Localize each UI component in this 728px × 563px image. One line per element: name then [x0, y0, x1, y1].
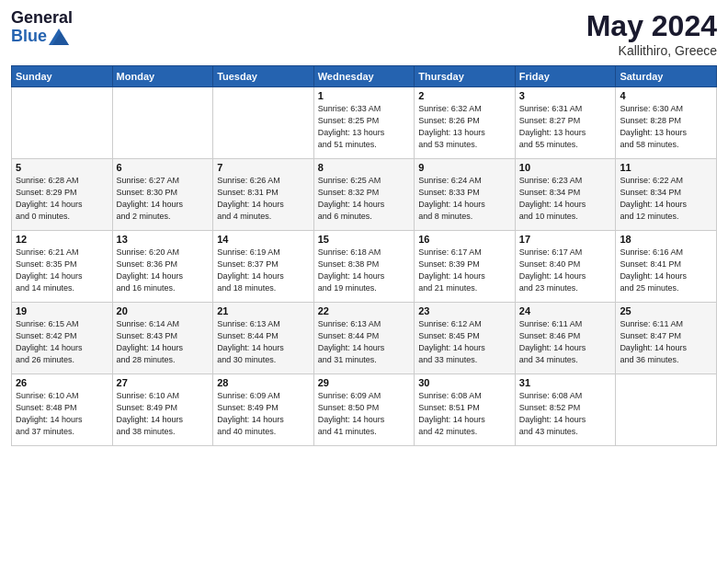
calendar-cell: 16Sunrise: 6:17 AM Sunset: 8:39 PM Dayli…: [415, 231, 516, 303]
day-number: 22: [318, 305, 411, 316]
calendar-week-3: 12Sunrise: 6:21 AM Sunset: 8:35 PM Dayli…: [12, 231, 717, 303]
day-info: Sunrise: 6:10 AM Sunset: 8:49 PM Dayligh…: [117, 390, 210, 438]
day-info: Sunrise: 6:17 AM Sunset: 8:39 PM Dayligh…: [418, 247, 511, 294]
col-sunday: Sunday: [12, 66, 113, 87]
col-wednesday: Wednesday: [313, 66, 415, 87]
calendar-cell: 15Sunrise: 6:18 AM Sunset: 8:38 PM Dayli…: [313, 231, 415, 303]
day-info: Sunrise: 6:22 AM Sunset: 8:34 PM Dayligh…: [620, 175, 712, 223]
day-number: 3: [519, 90, 612, 101]
calendar-cell: 8Sunrise: 6:25 AM Sunset: 8:32 PM Daylig…: [313, 159, 415, 231]
day-info: Sunrise: 6:23 AM Sunset: 8:34 PM Dayligh…: [519, 175, 612, 223]
calendar-week-5: 26Sunrise: 6:10 AM Sunset: 8:48 PM Dayli…: [12, 374, 717, 446]
calendar-cell: 10Sunrise: 6:23 AM Sunset: 8:34 PM Dayli…: [515, 159, 616, 231]
day-info: Sunrise: 6:16 AM Sunset: 8:41 PM Dayligh…: [620, 247, 712, 294]
calendar-cell: 14Sunrise: 6:19 AM Sunset: 8:37 PM Dayli…: [213, 231, 314, 303]
calendar-cell: 28Sunrise: 6:09 AM Sunset: 8:49 PM Dayli…: [213, 374, 314, 446]
calendar-cell: 9Sunrise: 6:24 AM Sunset: 8:33 PM Daylig…: [415, 159, 516, 231]
day-number: 9: [418, 162, 511, 173]
calendar-cell: [112, 87, 213, 159]
day-info: Sunrise: 6:33 AM Sunset: 8:25 PM Dayligh…: [318, 103, 411, 151]
day-info: Sunrise: 6:12 AM Sunset: 8:45 PM Dayligh…: [418, 318, 511, 366]
calendar-cell: 23Sunrise: 6:12 AM Sunset: 8:45 PM Dayli…: [415, 303, 516, 374]
day-number: 6: [117, 162, 210, 173]
calendar-cell: 11Sunrise: 6:22 AM Sunset: 8:34 PM Dayli…: [616, 159, 717, 231]
page-header: General Blue May 2024 Kallithiro, Greece: [11, 9, 717, 58]
day-info: Sunrise: 6:19 AM Sunset: 8:37 PM Dayligh…: [217, 247, 310, 294]
calendar-cell: 22Sunrise: 6:13 AM Sunset: 8:44 PM Dayli…: [313, 303, 415, 374]
day-number: 18: [620, 234, 712, 245]
calendar-page: General Blue May 2024 Kallithiro, Greece: [0, 0, 728, 563]
day-number: 1: [318, 90, 411, 101]
calendar-table: Sunday Monday Tuesday Wednesday Thursday…: [11, 65, 717, 446]
day-number: 5: [16, 162, 108, 173]
calendar-cell: 25Sunrise: 6:11 AM Sunset: 8:47 PM Dayli…: [616, 303, 717, 374]
day-number: 24: [519, 305, 612, 316]
day-number: 29: [318, 377, 411, 388]
calendar-cell: 13Sunrise: 6:20 AM Sunset: 8:36 PM Dayli…: [112, 231, 213, 303]
day-number: 21: [217, 305, 310, 316]
day-number: 10: [519, 162, 612, 173]
col-thursday: Thursday: [415, 66, 516, 87]
day-number: 27: [117, 377, 210, 388]
logo-blue: Blue: [11, 28, 47, 46]
calendar-cell: 18Sunrise: 6:16 AM Sunset: 8:41 PM Dayli…: [616, 231, 717, 303]
day-number: 26: [16, 377, 108, 388]
col-tuesday: Tuesday: [213, 66, 314, 87]
day-info: Sunrise: 6:26 AM Sunset: 8:31 PM Dayligh…: [217, 175, 310, 223]
day-number: 17: [519, 234, 612, 245]
col-saturday: Saturday: [616, 66, 717, 87]
day-info: Sunrise: 6:10 AM Sunset: 8:48 PM Dayligh…: [16, 390, 108, 438]
day-info: Sunrise: 6:11 AM Sunset: 8:46 PM Dayligh…: [519, 318, 612, 366]
day-info: Sunrise: 6:08 AM Sunset: 8:51 PM Dayligh…: [418, 390, 511, 438]
day-info: Sunrise: 6:31 AM Sunset: 8:27 PM Dayligh…: [519, 103, 612, 151]
calendar-cell: 12Sunrise: 6:21 AM Sunset: 8:35 PM Dayli…: [12, 231, 113, 303]
day-number: 11: [620, 162, 712, 173]
calendar-cell: 3Sunrise: 6:31 AM Sunset: 8:27 PM Daylig…: [515, 87, 616, 159]
calendar-header-row: Sunday Monday Tuesday Wednesday Thursday…: [12, 66, 717, 87]
day-info: Sunrise: 6:09 AM Sunset: 8:49 PM Dayligh…: [217, 390, 310, 438]
calendar-cell: 20Sunrise: 6:14 AM Sunset: 8:43 PM Dayli…: [112, 303, 213, 374]
day-number: 19: [16, 305, 108, 316]
calendar-cell: 24Sunrise: 6:11 AM Sunset: 8:46 PM Dayli…: [515, 303, 616, 374]
day-number: 2: [418, 90, 511, 101]
day-info: Sunrise: 6:28 AM Sunset: 8:29 PM Dayligh…: [16, 175, 108, 223]
calendar-cell: 4Sunrise: 6:30 AM Sunset: 8:28 PM Daylig…: [616, 87, 717, 159]
day-number: 15: [318, 234, 411, 245]
day-info: Sunrise: 6:25 AM Sunset: 8:32 PM Dayligh…: [318, 175, 411, 223]
calendar-cell: 19Sunrise: 6:15 AM Sunset: 8:42 PM Dayli…: [12, 303, 113, 374]
calendar-cell: 17Sunrise: 6:17 AM Sunset: 8:40 PM Dayli…: [515, 231, 616, 303]
day-info: Sunrise: 6:13 AM Sunset: 8:44 PM Dayligh…: [318, 318, 411, 366]
calendar-cell: 7Sunrise: 6:26 AM Sunset: 8:31 PM Daylig…: [213, 159, 314, 231]
col-friday: Friday: [515, 66, 616, 87]
month-year-title: May 2024: [586, 9, 717, 43]
day-info: Sunrise: 6:24 AM Sunset: 8:33 PM Dayligh…: [418, 175, 511, 223]
calendar-week-2: 5Sunrise: 6:28 AM Sunset: 8:29 PM Daylig…: [12, 159, 717, 231]
location-subtitle: Kallithiro, Greece: [586, 43, 717, 58]
day-info: Sunrise: 6:09 AM Sunset: 8:50 PM Dayligh…: [318, 390, 411, 438]
day-info: Sunrise: 6:27 AM Sunset: 8:30 PM Dayligh…: [117, 175, 210, 223]
logo-general: General: [11, 9, 73, 28]
calendar-cell: 31Sunrise: 6:08 AM Sunset: 8:52 PM Dayli…: [515, 374, 616, 446]
logo-icon: [49, 29, 69, 45]
calendar-cell: 1Sunrise: 6:33 AM Sunset: 8:25 PM Daylig…: [313, 87, 415, 159]
day-number: 23: [418, 305, 511, 316]
day-number: 20: [117, 305, 210, 316]
logo: General Blue: [11, 9, 73, 46]
day-number: 8: [318, 162, 411, 173]
calendar-cell: 29Sunrise: 6:09 AM Sunset: 8:50 PM Dayli…: [313, 374, 415, 446]
day-number: 30: [418, 377, 511, 388]
calendar-cell: 26Sunrise: 6:10 AM Sunset: 8:48 PM Dayli…: [12, 374, 113, 446]
day-info: Sunrise: 6:14 AM Sunset: 8:43 PM Dayligh…: [117, 318, 210, 366]
calendar-cell: 21Sunrise: 6:13 AM Sunset: 8:44 PM Dayli…: [213, 303, 314, 374]
day-info: Sunrise: 6:11 AM Sunset: 8:47 PM Dayligh…: [620, 318, 712, 366]
day-number: 28: [217, 377, 310, 388]
calendar-cell: 27Sunrise: 6:10 AM Sunset: 8:49 PM Dayli…: [112, 374, 213, 446]
calendar-cell: 2Sunrise: 6:32 AM Sunset: 8:26 PM Daylig…: [415, 87, 516, 159]
calendar-cell: 6Sunrise: 6:27 AM Sunset: 8:30 PM Daylig…: [112, 159, 213, 231]
day-number: 25: [620, 305, 712, 316]
day-number: 14: [217, 234, 310, 245]
day-number: 12: [16, 234, 108, 245]
day-number: 13: [117, 234, 210, 245]
day-info: Sunrise: 6:20 AM Sunset: 8:36 PM Dayligh…: [117, 247, 210, 294]
calendar-week-4: 19Sunrise: 6:15 AM Sunset: 8:42 PM Dayli…: [12, 303, 717, 374]
